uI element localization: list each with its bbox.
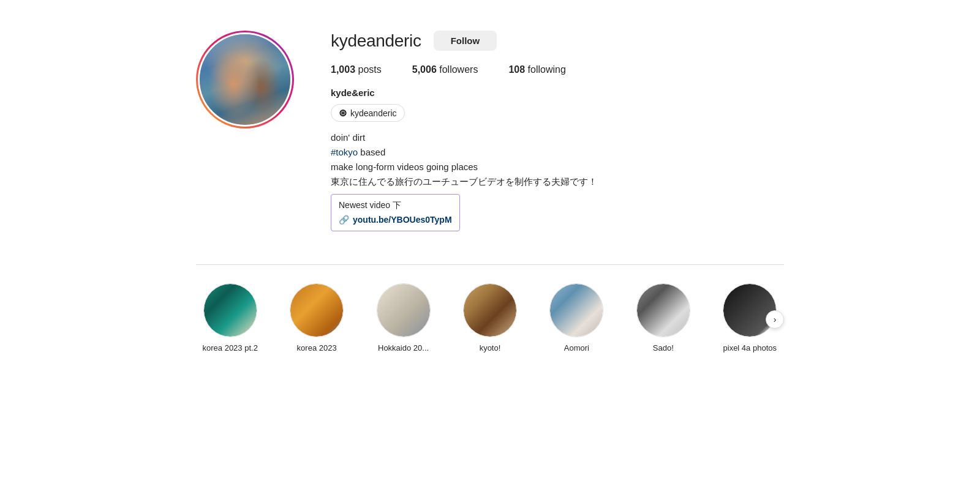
highlight-circle-korea [290, 283, 344, 337]
highlight-thumb-korea2 [204, 284, 257, 337]
follow-button[interactable]: Follow [434, 31, 497, 51]
highlight-label-korea2: korea 2023 pt.2 [203, 343, 258, 352]
posts-stat[interactable]: 1,003 posts [331, 64, 382, 75]
following-stat[interactable]: 108 following [508, 64, 565, 75]
highlight-item-hokkaido[interactable]: Hokkaido 20... [369, 283, 437, 352]
username: kydeanderic [331, 31, 421, 51]
bio-line2: #tokyo based [331, 145, 784, 160]
highlight-label-korea: korea 2023 [297, 343, 337, 352]
followers-stat[interactable]: 5,006 followers [412, 64, 478, 75]
highlights-section: korea 2023 pt.2 korea 2023 Hokkaido 20..… [196, 264, 784, 352]
threads-handle: kydeanderic [350, 108, 397, 118]
highlight-circle-pixel [723, 283, 777, 337]
highlight-thumb-hokkaido [377, 284, 430, 337]
highlight-circle-kyoto [463, 283, 517, 337]
link-icon: 🔗 [339, 213, 349, 226]
highlight-thumb-kyoto [464, 284, 516, 337]
bio-line2-rest: based [358, 147, 385, 157]
avatar-photo [200, 34, 290, 125]
highlight-circle-sado [636, 283, 690, 337]
bio: doin' dirt #tokyo based make long-form v… [331, 130, 784, 231]
bio-link-section: Newest video 下 🔗 youtu.be/YBOUes0TypM [331, 194, 460, 231]
highlight-item-kyoto[interactable]: kyoto! [456, 283, 524, 352]
highlights-row: korea 2023 pt.2 korea 2023 Hokkaido 20..… [196, 283, 784, 352]
highlight-label-aomori: Aomori [564, 343, 589, 352]
highlight-thumb-korea [290, 284, 343, 337]
avatar-inner [198, 32, 292, 127]
bio-link[interactable]: 🔗 youtu.be/YBOUes0TypM [339, 213, 452, 226]
highlight-label-pixel: pixel 4a photos [723, 343, 777, 352]
bio-line3: make long-form videos going places [331, 160, 784, 174]
display-name: kyde&eric [331, 88, 784, 98]
bio-line4: 東京に住んでる旅行のユーチューブビデオを制作する夫婦です！ [331, 174, 784, 189]
highlight-thumb-sado [637, 284, 690, 337]
highlight-circle-aomori [549, 283, 603, 337]
highlight-circle-hokkaido [377, 283, 431, 337]
profile-avatar-ring [196, 31, 294, 129]
highlight-thumb-pixel [723, 284, 776, 337]
highlight-item-korea2[interactable]: korea 2023 pt.2 [196, 283, 264, 352]
highlight-label-kyoto: kyoto! [480, 343, 501, 352]
highlight-circle-korea2 [203, 283, 257, 337]
threads-badge[interactable]: ⊛ kydeanderic [331, 104, 405, 122]
threads-icon: ⊛ [339, 107, 347, 119]
profile-info: kydeanderic Follow 1,003 posts 5,006 fol… [331, 24, 784, 234]
stats-row: 1,003 posts 5,006 followers 108 followin… [331, 64, 784, 75]
highlight-item-korea[interactable]: korea 2023 [282, 283, 350, 352]
highlights-outer: korea 2023 pt.2 korea 2023 Hokkaido 20..… [196, 283, 784, 352]
highlight-item-sado[interactable]: Sado! [629, 283, 697, 352]
highlight-label-hokkaido: Hokkaido 20... [378, 343, 429, 352]
username-row: kydeanderic Follow [331, 31, 784, 51]
highlights-next-arrow[interactable]: › [766, 310, 784, 329]
bio-line1: doin' dirt [331, 130, 784, 145]
highlight-thumb-aomori [550, 284, 603, 337]
highlight-label-sado: Sado! [653, 343, 674, 352]
bio-link-url: youtu.be/YBOUes0TypM [353, 213, 452, 226]
bio-hashtag[interactable]: #tokyo [331, 147, 358, 157]
highlight-item-aomori[interactable]: Aomori [543, 283, 611, 352]
bio-link-label: Newest video 下 [339, 198, 452, 212]
